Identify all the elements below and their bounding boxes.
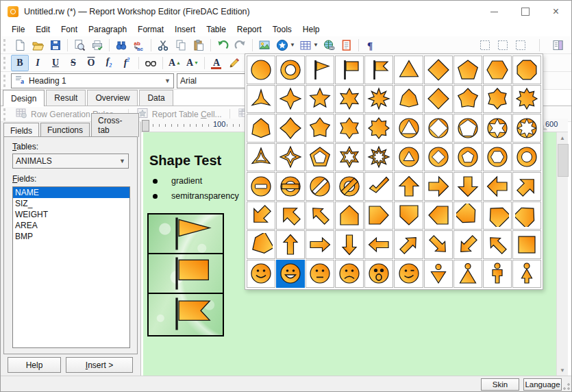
menu-font[interactable]: Font [55,23,83,36]
shrink-font-button[interactable]: A▼ [184,55,201,71]
sidebar-tab-functions[interactable]: Functions [40,123,90,137]
shape-cell-puffy5[interactable] [453,85,482,114]
shape-cell-person-female[interactable] [512,260,541,289]
shape-cell-hexagon[interactable] [483,56,512,84]
shape-cell-gear8[interactable] [364,114,393,143]
shape-cell-puffy3[interactable] [394,85,423,114]
shape-cell-fatarrow-down[interactable] [453,172,482,201]
field-item-name[interactable]: NAME [13,187,129,198]
save-button[interactable] [47,37,64,53]
menu-format[interactable]: Format [132,23,169,36]
paste-special-button[interactable] [338,37,356,53]
shape-cell-house-se[interactable] [453,201,482,230]
shape-cell-hole-triangle[interactable] [394,143,423,172]
hidden-text-button[interactable] [142,55,160,71]
shape-cell-arrow-nw[interactable] [483,230,512,259]
font-color-button[interactable]: A [208,55,225,71]
frame-option-3-button[interactable] [512,37,530,53]
menu-tools[interactable]: Tools [267,23,297,36]
shape-cell-blob3[interactable] [247,114,275,143]
shape-cell-face-wink[interactable] [394,260,423,289]
font-name-combo[interactable]: Arial [177,73,255,88]
overline-button[interactable]: O [82,55,100,71]
paste-button[interactable] [190,37,208,53]
find-button[interactable] [112,37,130,53]
shape-cell-face-open[interactable] [364,260,393,289]
shape-cell-frame-pentagon[interactable] [306,143,334,172]
shape-cell-puffy4[interactable] [424,85,453,114]
shape-cell-star4[interactable] [276,85,305,114]
highlight-button[interactable] [225,55,243,71]
shape-cell-arrow-right[interactable] [306,230,334,259]
scroll-thumb[interactable] [558,144,569,177]
shape-cell-house-ne[interactable] [512,201,541,230]
sidebar-tab-fields[interactable]: Fields [3,123,39,138]
shape-cell-circle[interactable] [247,56,275,84]
shape-cell-arrow-down[interactable] [335,230,364,259]
field-item-bmp[interactable]: BMP [13,231,129,242]
shape-cell-fatarrow-sw[interactable] [247,201,275,230]
shape-cell-flag-rect[interactable] [335,56,364,84]
shape-cell-cut-star6[interactable] [483,114,512,143]
shape-cell-person-tri-up[interactable] [453,260,482,289]
fields-listbox[interactable]: NAMESIZ_WEIGHTAREABMP [12,186,130,348]
minimize-button[interactable] [479,1,510,23]
tab-design[interactable]: Design [3,90,45,106]
open-button[interactable] [29,37,47,53]
paragraph-style-combo[interactable]: a Heading 1 ▼ [11,73,174,88]
field-item-siz_[interactable]: SIZ_ [13,198,129,209]
shape-cell-arrow-sw[interactable] [453,230,482,259]
shape-cell-fatarrow-ne[interactable] [512,172,541,201]
table-row[interactable] [149,215,223,254]
shape-cell-fatstar6[interactable] [335,114,364,143]
indent-marker[interactable] [142,120,149,132]
shape-cell-hole-diamond[interactable] [424,143,453,172]
shape-cell-house-left[interactable] [424,201,453,230]
new-document-button[interactable] [11,37,29,53]
shape-cell-star3[interactable] [247,85,275,114]
bold-button[interactable]: B [11,55,29,71]
shape-cell-star5[interactable] [306,85,334,114]
field-item-weight[interactable]: WEIGHT [13,209,129,220]
panel-toggle-button[interactable] [549,37,567,53]
frame-option-1-button[interactable] [476,37,494,53]
print-preview-button[interactable] [71,37,88,53]
shape-cell-arrow-ne[interactable] [394,230,423,259]
shape-cell-house-rot[interactable] [247,230,275,259]
shape-cell-arrow-up[interactable] [276,230,305,259]
flags-table[interactable] [147,213,224,336]
shape-cell-arrow-se[interactable] [424,230,453,259]
shape-cell-cross4[interactable] [276,114,305,143]
shape-cell-octagon[interactable] [512,56,541,84]
shape-cell-star8[interactable] [364,85,393,114]
scroll-up-arrow[interactable]: ▲ [557,132,568,143]
tab-data[interactable]: Data [139,90,173,106]
superscript-button[interactable]: f2 [118,55,136,71]
shape-cell-minus-solid[interactable] [247,172,275,201]
menu-table[interactable]: Table [201,23,232,36]
shape-cell-burst8[interactable] [512,85,541,114]
shape-cell-hole-hexagon[interactable] [483,143,512,172]
shape-cell-fatarrow-right[interactable] [424,172,453,201]
shape-cell-minus-ring[interactable] [276,172,305,201]
shape-cell-pentagon[interactable] [453,56,482,84]
menu-report[interactable]: Report [232,23,267,36]
shape-cell-face-sad[interactable] [335,260,364,289]
shape-cell-house-right[interactable] [364,201,393,230]
menu-file[interactable]: File [6,23,30,36]
maximize-button[interactable] [510,1,540,23]
shape-cell-hole-circle[interactable] [512,143,541,172]
underline-button[interactable]: U [47,55,64,71]
shape-cell-person-male[interactable] [483,260,512,289]
shape-cell-fatarrow-up[interactable] [394,172,423,201]
language-button[interactable]: Language [523,378,562,391]
help-button[interactable]: Help [8,357,61,373]
skin-button[interactable]: Skin [481,378,519,391]
print-button[interactable] [88,37,106,53]
formatting-marks-button[interactable]: ¶ [362,37,380,53]
menu-edit[interactable]: Edit [30,23,55,36]
redo-button[interactable] [232,37,249,53]
shape-cell-fatarrow-nw[interactable] [276,201,305,230]
hyperlink-button[interactable] [320,37,338,53]
shape-cell-house-up[interactable] [335,201,364,230]
